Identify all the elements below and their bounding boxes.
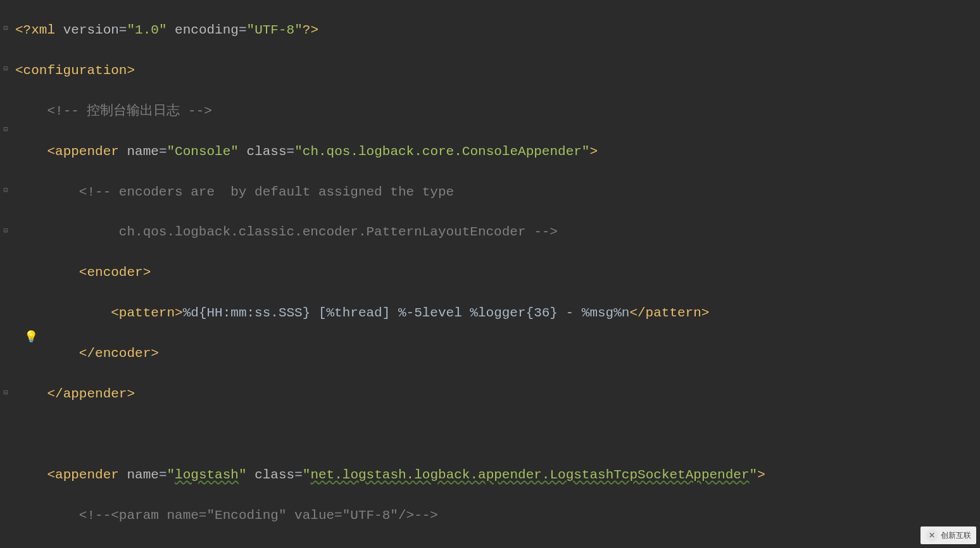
code-line: <pattern>%d{HH:mm:ss.SSS} [%thread] %-5l… bbox=[15, 303, 980, 323]
code-line: <!-- 控制台输出日志 --> bbox=[15, 101, 980, 121]
code-line: <appender name="logstash" class="net.log… bbox=[15, 465, 980, 485]
code-editor[interactable]: ⊟ ⊟ ⊟ ⊟ ⊟ ⊟ 💡 <?xml version="1.0" encodi… bbox=[0, 0, 980, 548]
code-area[interactable]: <?xml version="1.0" encoding="UTF-8"?> <… bbox=[13, 0, 980, 548]
code-line: <!--<param name="Encoding" value="UTF-8"… bbox=[15, 506, 980, 526]
code-line: ch.qos.logback.classic.encoder.PatternLa… bbox=[15, 222, 980, 242]
code-line: </appender> bbox=[15, 384, 980, 404]
code-line: <!-- encoders are by default assigned th… bbox=[15, 182, 980, 202]
code-line: <appender name="Console" class="ch.qos.l… bbox=[15, 142, 980, 162]
code-line: </encoder> bbox=[15, 344, 980, 364]
gutter: ⊟ ⊟ ⊟ ⊟ ⊟ ⊟ 💡 bbox=[0, 0, 13, 548]
code-line: <configuration> bbox=[15, 61, 980, 81]
watermark-text: 创新互联 bbox=[941, 530, 971, 541]
watermark-icon: ✕ bbox=[926, 529, 938, 542]
watermark: ✕ 创新互联 bbox=[920, 526, 976, 544]
code-line: <encoder> bbox=[15, 263, 980, 283]
code-line: <?xml version="1.0" encoding="UTF-8"?> bbox=[15, 20, 980, 40]
code-line bbox=[15, 425, 980, 445]
